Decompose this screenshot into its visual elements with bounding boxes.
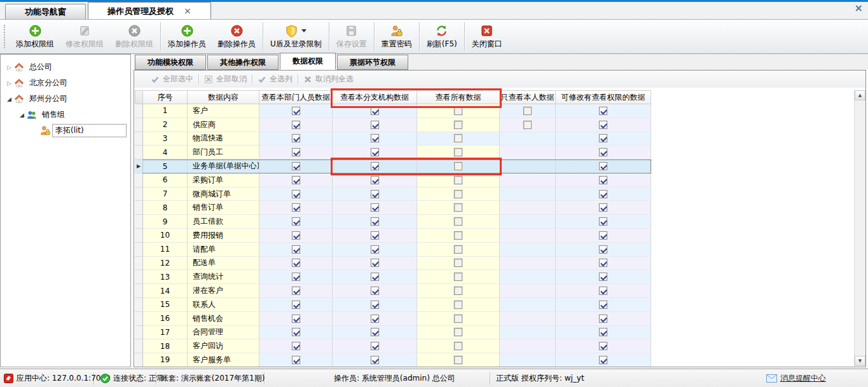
- view-department-data-checkbox[interactable]: [292, 245, 300, 254]
- view-department-data-checkbox[interactable]: [292, 273, 300, 281]
- view-department-data-checkbox[interactable]: [292, 342, 300, 350]
- select-all-button[interactable]: 全部选中: [146, 74, 198, 85]
- view-department-data-checkbox[interactable]: [292, 287, 300, 295]
- modify-viewable-data-checkbox[interactable]: [599, 190, 607, 198]
- view-branch-data-checkbox[interactable]: [371, 342, 379, 350]
- ukey-login-limit-button[interactable]: U盾及登录限制: [265, 20, 327, 53]
- view-all-data-checkbox[interactable]: [454, 190, 462, 198]
- select-column-button[interactable]: 全选列: [252, 74, 298, 85]
- modify-viewable-data-checkbox[interactable]: [599, 356, 607, 364]
- view-all-data-checkbox[interactable]: [454, 107, 462, 115]
- view-own-data-checkbox[interactable]: [523, 107, 532, 115]
- view-department-data-checkbox[interactable]: [292, 217, 300, 226]
- modify-viewable-data-checkbox[interactable]: [599, 315, 607, 323]
- table-row[interactable]: 4部门员工: [135, 146, 651, 160]
- view-branch-data-checkbox[interactable]: [371, 190, 379, 198]
- tab-operator-management[interactable]: 操作员管理及授权×: [88, 2, 211, 19]
- delete-operator-button[interactable]: 删除操作员: [212, 20, 261, 53]
- view-branch-data-checkbox[interactable]: [371, 121, 379, 129]
- view-all-data-checkbox[interactable]: [454, 162, 462, 170]
- modify-viewable-data-checkbox[interactable]: [599, 245, 607, 254]
- scroll-up-icon[interactable]: ▲: [855, 90, 865, 100]
- view-all-data-checkbox[interactable]: [454, 245, 462, 254]
- view-branch-data-checkbox[interactable]: [371, 328, 379, 336]
- cancel-column-button[interactable]: 取消列全选: [298, 74, 359, 85]
- view-branch-data-checkbox[interactable]: [371, 245, 379, 254]
- modify-viewable-data-checkbox[interactable]: [599, 203, 607, 212]
- table-row[interactable]: 16销售机会: [135, 312, 651, 326]
- view-department-data-checkbox[interactable]: [292, 231, 300, 240]
- view-department-data-checkbox[interactable]: [292, 134, 300, 142]
- modify-viewable-data-checkbox[interactable]: [599, 231, 607, 240]
- view-department-data-checkbox[interactable]: [292, 107, 300, 115]
- view-department-data-checkbox[interactable]: [292, 356, 300, 364]
- message-center-link[interactable]: 消息提醒中心: [766, 369, 826, 387]
- refresh-button[interactable]: 刷新(F5): [421, 20, 463, 53]
- view-department-data-checkbox[interactable]: [292, 315, 300, 323]
- tab-data-permission[interactable]: 数据权限: [280, 53, 336, 70]
- tree-item-beijing-branch[interactable]: ▷北京分公司: [1, 75, 130, 91]
- view-department-data-checkbox[interactable]: [292, 328, 300, 336]
- view-branch-data-checkbox[interactable]: [371, 287, 379, 295]
- table-row[interactable]: 10费用报销: [135, 229, 651, 243]
- vertical-scrollbar[interactable]: ▲ ▼: [854, 90, 865, 366]
- table-row[interactable]: 17合同管理: [135, 326, 651, 340]
- view-branch-data-checkbox[interactable]: [371, 134, 379, 142]
- dropdown-caret-icon[interactable]: [301, 29, 307, 32]
- table-row[interactable]: 14潜在客户: [135, 284, 651, 298]
- close-window-button[interactable]: 关闭窗口: [466, 20, 508, 53]
- view-department-data-checkbox[interactable]: [292, 190, 300, 198]
- table-row[interactable]: 13查询统计: [135, 270, 651, 284]
- expander-collapsed-icon[interactable]: ▷: [4, 64, 14, 71]
- modify-viewable-data-checkbox[interactable]: [599, 148, 607, 156]
- window-close-icon[interactable]: ×: [855, 2, 863, 14]
- tab-close-icon[interactable]: ×: [184, 6, 191, 15]
- tab-module-permission[interactable]: 功能模块权限: [135, 55, 206, 70]
- table-row[interactable]: 18客户回访: [135, 339, 651, 353]
- view-branch-data-checkbox[interactable]: [371, 107, 379, 115]
- expander-expanded-icon[interactable]: ◢: [17, 112, 27, 118]
- table-row[interactable]: 15联系人: [135, 298, 651, 312]
- modify-viewable-data-checkbox[interactable]: [599, 342, 607, 350]
- view-own-data-checkbox[interactable]: [523, 121, 532, 129]
- view-branch-data-checkbox[interactable]: [371, 273, 379, 281]
- modify-viewable-data-checkbox[interactable]: [599, 301, 607, 309]
- expander-expanded-icon[interactable]: ◢: [4, 96, 14, 102]
- add-operator-button[interactable]: 添加操作员: [162, 20, 212, 53]
- table-row[interactable]: 2供应商: [135, 118, 651, 132]
- modify-viewable-data-checkbox[interactable]: [599, 107, 607, 115]
- table-row[interactable]: 19客户服务单: [135, 353, 651, 367]
- add-permission-group-button[interactable]: 添加权限组: [10, 20, 60, 53]
- table-row[interactable]: 1客户: [135, 104, 651, 118]
- view-branch-data-checkbox[interactable]: [371, 148, 379, 156]
- view-branch-data-checkbox[interactable]: [371, 203, 379, 212]
- view-all-data-checkbox[interactable]: [454, 342, 462, 350]
- tab-bill-stage-permission[interactable]: 票据环节权限: [337, 55, 408, 70]
- table-row[interactable]: 8销售订单: [135, 201, 651, 215]
- view-all-data-checkbox[interactable]: [454, 273, 462, 281]
- modify-viewable-data-checkbox[interactable]: [599, 121, 607, 129]
- modify-viewable-data-checkbox[interactable]: [599, 259, 607, 267]
- tab-other-operation-permission[interactable]: 其他操作权限: [207, 55, 279, 70]
- view-branch-data-checkbox[interactable]: [371, 356, 379, 364]
- view-branch-data-checkbox[interactable]: [371, 217, 379, 226]
- modify-viewable-data-checkbox[interactable]: [599, 176, 607, 184]
- view-all-data-checkbox[interactable]: [454, 259, 462, 267]
- view-department-data-checkbox[interactable]: [292, 259, 300, 267]
- view-branch-data-checkbox[interactable]: [371, 176, 379, 184]
- view-department-data-checkbox[interactable]: [292, 162, 300, 170]
- view-all-data-checkbox[interactable]: [454, 176, 462, 184]
- view-all-data-checkbox[interactable]: [454, 217, 462, 226]
- view-all-data-checkbox[interactable]: [454, 148, 462, 156]
- modify-viewable-data-checkbox[interactable]: [599, 134, 607, 142]
- modify-viewable-data-checkbox[interactable]: [599, 287, 607, 295]
- tree-item-head-office[interactable]: ▷总公司: [1, 59, 130, 75]
- toolbar-grip-handle[interactable]: [4, 25, 7, 48]
- view-all-data-checkbox[interactable]: [454, 203, 462, 212]
- view-all-data-checkbox[interactable]: [454, 134, 462, 142]
- tree-item-zhengzhou-branch[interactable]: ◢郑州分公司: [1, 91, 130, 107]
- view-all-data-checkbox[interactable]: [454, 301, 462, 309]
- tree-item-operator-litu[interactable]: 李拓(lit): [1, 123, 130, 139]
- cancel-all-button[interactable]: 全部取消: [199, 74, 252, 85]
- view-branch-data-checkbox[interactable]: [371, 231, 379, 240]
